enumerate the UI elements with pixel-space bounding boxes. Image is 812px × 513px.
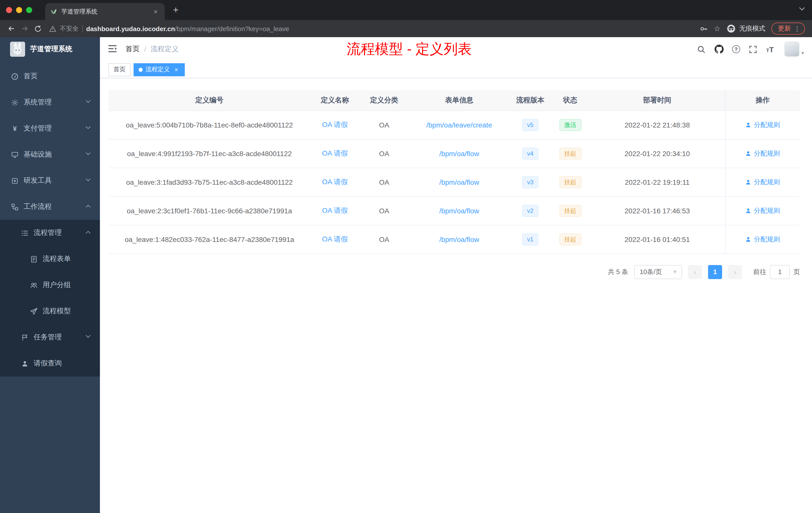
sidebar-item-process-form[interactable]: 流程表单 [0,246,100,272]
pagination: 共 5 条 10条/页 ▼ ‹ 1 › 前往 页 [109,265,800,279]
goto-page-input[interactable] [770,265,790,279]
sidebar-item-workflow[interactable]: 工作流程 [0,194,100,220]
sidebar-item-user-group[interactable]: 用户分组 [0,272,100,298]
cell-id: oa_leave:2:3c1f0ef1-76b1-11ec-9c66-a2380… [109,196,310,225]
assign-rule-button[interactable]: 分配规则 [746,177,780,186]
cell-deploy-time: 2022-01-22 21:48:38 [589,111,725,139]
form-link[interactable]: /bpm/oa/leave/create [426,121,492,129]
table-row: oa_leave:3:1fad3d93-7b75-11ec-a3c8-acde4… [109,168,800,196]
sidebar-item-label: 支付管理 [24,124,52,133]
tag-current[interactable]: 流程定义 × [134,63,185,76]
definition-name-link[interactable]: OA 请假 [322,120,348,128]
status-badge[interactable]: 挂起 [559,233,581,245]
url-text: dashboard.yudao.iocoder.cn/bpm/manager/d… [86,25,289,32]
browser-toolbar: 不安全 dashboard.yudao.iocoder.cn/bpm/manag… [0,20,812,37]
sidebar-item-process-mgmt[interactable]: 流程管理 [0,220,100,246]
workflow-submenu: 流程管理 流程表单 用户分组 流程模型 [0,220,100,376]
app-title: 芋道管理系统 [30,45,72,54]
back-button[interactable] [5,22,18,35]
cell-deploy-time: 2022-01-16 17:46:53 [589,196,725,225]
chevron-down-icon [85,178,91,182]
status-badge[interactable]: 挂起 [559,205,581,217]
warning-icon [49,25,56,32]
hamburger-icon[interactable] [108,44,117,54]
prev-page-button[interactable]: ‹ [688,265,702,279]
sidebar-item-leave-query[interactable]: 请假查询 [0,350,100,376]
cell-deploy-time: 2022-01-16 01:40:51 [589,225,725,253]
github-icon[interactable] [714,45,723,54]
update-button[interactable]: 更新 ⋮ [771,23,805,35]
sidebar-logo[interactable]: 芋道管理系统 [0,37,100,61]
tab-close-icon[interactable]: × [152,7,160,16]
toolbar-right: ☆ 无痕模式 更新 ⋮ [699,23,807,35]
password-key-icon[interactable] [699,24,708,33]
minimize-window-button[interactable] [16,7,22,13]
version-tag: v2 [522,205,538,217]
sidebar-item-payment[interactable]: ¥ 支付管理 [0,116,100,142]
col-header-status: 状态 [551,90,589,111]
col-header-version: 流程版本 [510,90,551,111]
table-header-row: 定义编号 定义名称 定义分类 表单信息 流程版本 状态 部署时间 操作 [109,90,800,111]
sidebar-item-label: 请假查询 [34,359,62,368]
browser-tab[interactable]: 芋道管理系统 × [45,3,165,20]
browser-menu-icon[interactable]: ⋮ [794,25,801,32]
reload-button[interactable] [31,22,44,35]
url-path: /bpm/manager/definition?key=oa_leave [175,25,289,32]
url-domain: dashboard.yudao.iocoder.cn [86,25,175,32]
page-size-select[interactable]: 10条/页 ▼ [634,265,682,279]
definition-name-link[interactable]: OA 请假 [322,206,348,214]
sidebar-item-infra[interactable]: 基础设施 [0,142,100,168]
status-badge[interactable]: 激活 [559,119,581,131]
cell-id: oa_leave:4:991f2193-7b7f-11ec-a3c8-acde4… [109,139,310,168]
page-unit-label: 页 [793,267,800,276]
font-size-icon[interactable]: TT [766,45,774,54]
col-header-category: 定义分类 [359,90,409,111]
form-link[interactable]: /bpm/oa/flow [439,178,479,186]
security-label[interactable]: 不安全 [60,24,79,33]
users-icon [30,281,38,289]
sidebar-item-task-mgmt[interactable]: 任务管理 [0,324,100,350]
sidebar-item-system[interactable]: 系统管理 [0,89,100,116]
breadcrumb-home[interactable]: 首页 [125,45,140,54]
status-badge[interactable]: 挂起 [559,147,581,159]
assign-rule-button[interactable]: 分配规则 [746,120,780,129]
app-frame: 芋道管理系统 首页 系统管理 ¥ 支付管理 [0,37,812,513]
status-badge[interactable]: 挂起 [559,176,581,188]
forward-button[interactable] [18,22,31,35]
bookmark-star-icon[interactable]: ☆ [714,24,721,33]
version-tag: v4 [522,147,538,159]
tag-home[interactable]: 首页 [109,63,130,76]
assign-rule-button[interactable]: 分配规则 [746,206,780,215]
definition-name-link[interactable]: OA 请假 [322,235,348,243]
sidebar-item-label: 基础设施 [24,150,52,159]
new-tab-button[interactable]: + [169,3,183,17]
fullscreen-icon[interactable] [749,45,757,54]
document-icon [30,255,38,263]
next-page-button[interactable]: › [728,265,742,279]
assign-rule-button[interactable]: 分配规则 [746,235,780,244]
sidebar-item-devtools[interactable]: 研发工具 [0,168,100,194]
avatar[interactable] [784,42,800,57]
close-window-button[interactable] [6,7,12,13]
version-tag: v5 [522,119,538,131]
page-number-button[interactable]: 1 [708,265,722,279]
address-bar[interactable]: 不安全 dashboard.yudao.iocoder.cn/bpm/manag… [49,24,699,33]
help-icon[interactable]: ? [732,45,740,53]
search-icon[interactable] [697,45,706,54]
total-count: 共 5 条 [608,267,628,276]
sidebar-item-process-model[interactable]: 流程模型 [0,298,100,324]
update-label: 更新 [778,24,791,33]
sidebar-item-home[interactable]: 首页 [0,63,100,89]
tab-search-chevron-icon[interactable] [799,7,805,11]
form-link[interactable]: /bpm/oa/flow [439,149,479,157]
zoom-window-button[interactable] [26,7,32,13]
chevron-down-icon [85,152,91,156]
assign-rule-button[interactable]: 分配规则 [746,149,780,158]
definition-name-link[interactable]: OA 请假 [322,177,348,185]
definition-name-link[interactable]: OA 请假 [322,149,348,157]
form-link[interactable]: /bpm/oa/flow [439,235,479,243]
tag-close-icon[interactable]: × [173,66,180,73]
form-link[interactable]: /bpm/oa/flow [439,207,479,215]
user-menu[interactable]: ▾ [784,42,804,57]
chevron-down-icon [85,126,91,129]
